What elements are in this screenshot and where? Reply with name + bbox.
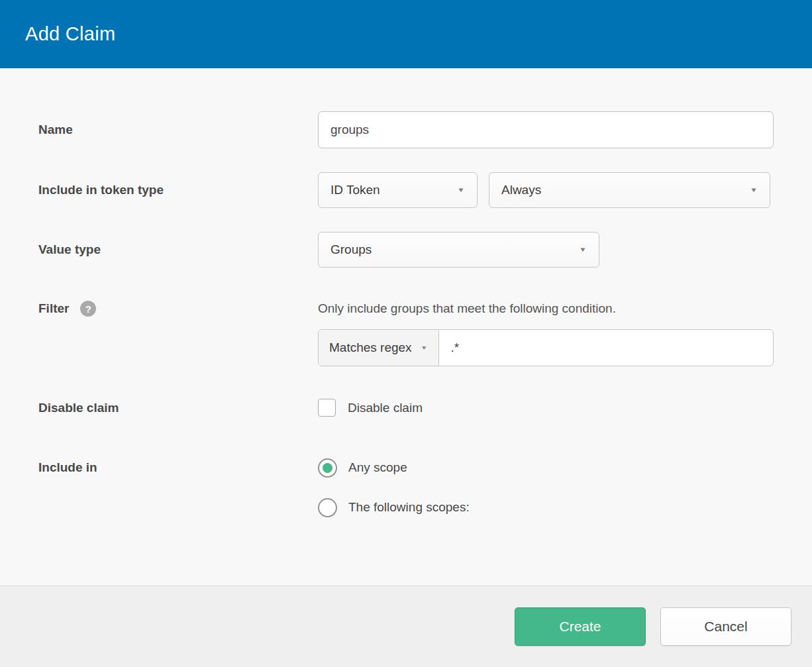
- cancel-button[interactable]: Cancel: [660, 607, 791, 646]
- value-type-label: Value type: [38, 242, 318, 257]
- include-in-label: Include in: [38, 458, 318, 478]
- radio-option-following-scopes[interactable]: The following scopes:: [318, 497, 470, 517]
- filter-row: Filter ? Only include groups that meet t…: [0, 299, 812, 366]
- disable-claim-checkbox[interactable]: [318, 399, 336, 417]
- radio-button-selected[interactable]: [318, 458, 337, 478]
- token-condition-select[interactable]: Always ▼: [489, 172, 770, 208]
- name-row: Name: [0, 111, 812, 148]
- filter-controls: Only include groups that meet the follow…: [318, 299, 774, 366]
- disable-claim-checkbox-label[interactable]: Disable claim: [348, 401, 423, 415]
- filter-condition-select-value: Matches regex: [329, 340, 412, 355]
- filter-helper-text: Only include groups that meet the follow…: [318, 299, 774, 318]
- disable-claim-row: Disable claim Disable claim: [0, 399, 812, 417]
- disable-claim-label: Disable claim: [38, 401, 318, 415]
- radio-option-any-scope[interactable]: Any scope: [318, 458, 470, 478]
- include-in-row: Include in Any scope The following scope…: [0, 458, 812, 537]
- token-type-select-value: ID Token: [330, 183, 380, 197]
- chevron-down-icon: ▼: [457, 186, 465, 193]
- radio-button[interactable]: [318, 498, 337, 517]
- token-condition-select-value: Always: [501, 183, 541, 197]
- chevron-down-icon: ▼: [421, 344, 428, 351]
- modal-header: Add Claim: [0, 0, 812, 68]
- chevron-down-icon: ▼: [750, 186, 758, 193]
- filter-pattern-input[interactable]: [439, 330, 773, 366]
- filter-label: Filter: [38, 301, 69, 316]
- include-in-radio-group: Any scope The following scopes:: [318, 458, 470, 537]
- filter-condition-group: Matches regex ▼: [318, 329, 774, 366]
- page-title: Add Claim: [25, 23, 115, 45]
- value-type-select[interactable]: Groups ▼: [318, 232, 599, 268]
- token-type-label: Include in token type: [38, 183, 318, 197]
- token-type-select[interactable]: ID Token ▼: [318, 172, 478, 208]
- name-label: Name: [38, 123, 318, 137]
- help-icon[interactable]: ?: [80, 301, 96, 317]
- value-type-row: Value type Groups ▼: [0, 232, 812, 268]
- radio-label: The following scopes:: [348, 500, 470, 515]
- modal-footer: Create Cancel: [0, 586, 812, 667]
- chevron-down-icon: ▼: [579, 246, 587, 253]
- token-type-row: Include in token type ID Token ▼ Always …: [0, 172, 812, 208]
- filter-condition-select[interactable]: Matches regex ▼: [319, 330, 439, 366]
- value-type-select-value: Groups: [330, 242, 372, 257]
- add-claim-modal: Add Claim Name Include in token type ID …: [0, 0, 812, 667]
- name-input[interactable]: [318, 111, 774, 148]
- filter-label-wrap: Filter ?: [38, 299, 318, 318]
- modal-body: Name Include in token type ID Token ▼ Al…: [0, 68, 812, 586]
- create-button[interactable]: Create: [515, 607, 646, 646]
- radio-dot: [323, 463, 332, 473]
- radio-label: Any scope: [348, 460, 407, 475]
